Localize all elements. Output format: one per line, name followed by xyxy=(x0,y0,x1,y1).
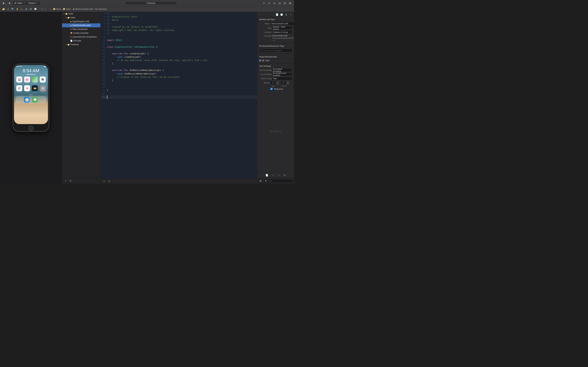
nav-item-assets[interactable]: 📦 Assets.xcassets xyxy=(62,31,100,35)
secondary-toolbar: 📁 ⚠ 🔍 ⚡ ◇ ⊞ ⛓ 💬 ◁ ‹ › 📁 Hello › 📁 Hello … xyxy=(0,6,294,12)
launchscreen-icon: ⊡ xyxy=(70,36,72,38)
location-select[interactable]: Relative to Group ⌄ xyxy=(272,30,292,34)
breadcrumb-hello[interactable]: 📁 Hello xyxy=(63,8,70,10)
reminders-icon: ☑ xyxy=(16,85,22,91)
nav-item-hello[interactable]: ▶ 📁 Hello xyxy=(62,16,100,20)
editor-panel[interactable]: 1 // 2 // ViewController.swift 3 // Hell… xyxy=(101,12,257,184)
scheme-selector[interactable]: 🚀 Hello › | 📱 iPhone 7 ⌄ xyxy=(13,1,40,5)
filter-search-icon: 🔍 xyxy=(265,180,267,182)
inspector-help-btn[interactable]: ? xyxy=(289,13,293,17)
target-checkbox[interactable]: ✓ xyxy=(259,59,261,61)
inspector-tab-quick[interactable]: ⬡ xyxy=(271,173,275,177)
encoding-select[interactable]: No Explicit Encoding ⌄ xyxy=(272,68,292,72)
products-icon: 📁 xyxy=(67,43,70,46)
code-area[interactable]: 1 // 2 // ViewController.swift 3 // Hell… xyxy=(101,12,257,179)
stop-button[interactable]: ■ xyxy=(7,1,12,6)
iphone-screen[interactable]: Carrier ≋ ▮▮▮ 8:54 AM Saturday 16 xyxy=(14,65,48,124)
inspector-file-btn[interactable]: 📄 xyxy=(275,13,279,17)
tab-width-up-btn[interactable]: ▲ xyxy=(277,81,279,83)
nav-item-launchscreen[interactable]: ⊡ LaunchScreen.storyboard xyxy=(62,35,100,39)
run-button[interactable]: ▶ xyxy=(1,1,6,6)
fullpath-link-icon[interactable]: ⊙ xyxy=(273,40,274,42)
target-row: ✓ 🚀 Hello xyxy=(257,59,294,62)
breadcrumb-no-selection[interactable]: No Selection xyxy=(95,8,107,10)
code-line-3: 3 // Hello xyxy=(101,18,257,22)
scheme-name: Hello xyxy=(17,2,22,4)
app-icon-photos[interactable]: 🌸 Photos xyxy=(24,76,30,84)
nav-item-hello-root[interactable]: ▶ 📁 Hello xyxy=(62,12,100,16)
breadcrumb-back[interactable]: ‹ xyxy=(43,7,47,11)
tab-width-field[interactable] xyxy=(270,81,276,84)
app-icon-news[interactable]: N News xyxy=(40,76,46,84)
panel-navigator[interactable]: ⊟ xyxy=(282,1,287,6)
folder-icon-btn[interactable]: 📁 xyxy=(1,7,6,11)
editor-warning-btn[interactable]: ⚠ xyxy=(102,179,106,183)
dock-safari[interactable]: 🧭 xyxy=(24,97,30,103)
breadcrumb-viewcontroller[interactable]: ◆ ViewController.swift xyxy=(73,8,93,10)
iphone-home-button[interactable] xyxy=(28,126,34,131)
nav-infoplist-label: Info.plist xyxy=(73,40,81,42)
nav-launchscreen-label: LaunchScreen.storyboard xyxy=(72,36,96,38)
grid-icon-btn[interactable]: ⊞ xyxy=(24,7,28,11)
lineendings-select[interactable]: No Explicit Line Endings ⌄ xyxy=(272,73,292,76)
nav-item-products[interactable]: ▶ 📁 Products xyxy=(62,43,100,47)
indent-width-field[interactable] xyxy=(281,81,286,84)
ondemand-placeholder: Only resources are taggable xyxy=(260,50,282,51)
news-label: News xyxy=(41,83,44,84)
nav-products-label: Products xyxy=(70,43,79,46)
warning-icon-btn[interactable]: ⚠ xyxy=(6,7,10,11)
indent-width-up-btn[interactable]: ▲ xyxy=(287,81,289,83)
diamond-icon-btn[interactable]: ◇ xyxy=(20,7,24,11)
breadcrumb-forward[interactable]: › xyxy=(48,7,52,11)
panel-toggle-left[interactable]: ≡ xyxy=(261,1,266,6)
battery-indicator: ▮▮▮ xyxy=(44,66,46,67)
indentusing-select[interactable]: Tabs ⌄ xyxy=(272,77,292,80)
wrap-lines-checkbox[interactable] xyxy=(270,88,273,90)
inspector-history-btn[interactable]: 🕐 xyxy=(280,13,284,17)
panel-inspector[interactable]: ⊠ xyxy=(288,1,293,6)
type-select[interactable]: Default - Swift Source ⌄ xyxy=(272,26,292,30)
editor-filter-btn[interactable]: ⊙ xyxy=(107,179,111,183)
nav-item-mainstoryboard[interactable]: ⊡ Main.storyboard xyxy=(62,27,100,31)
nav-item-appdelegate[interactable]: ◆ AppDelegate.swift xyxy=(62,20,100,23)
app-icon-health[interactable]: ♥ Health xyxy=(24,85,30,93)
tab-width-down-btn[interactable]: ▼ xyxy=(277,83,279,84)
name-field[interactable] xyxy=(270,22,294,25)
breakpoint-icon-btn[interactable]: ⚡ xyxy=(15,7,19,11)
nav-hello-label: Hello xyxy=(70,17,75,19)
nav-filter-button[interactable]: ⊙ xyxy=(69,179,73,183)
code-line-17: 17 xyxy=(101,65,257,69)
indentusing-arrow-icon: ⌄ xyxy=(290,78,291,79)
search-icon-btn[interactable]: 🔍 xyxy=(10,7,15,11)
inspector-panel: 📄 🕐 ℹ ? Identity and Type Name Type Defa… xyxy=(257,12,294,184)
inspector-tab-attr[interactable]: ⊞ xyxy=(283,173,287,177)
nav-item-viewcontroller[interactable]: ◆ ViewController.swift xyxy=(62,23,100,27)
indent-width-down-btn[interactable]: ▼ xyxy=(287,83,289,84)
app-icon-calendar[interactable]: Saturday 16 Calendar xyxy=(16,76,23,84)
panel-toggle-assistant[interactable]: ⇄ xyxy=(272,1,277,6)
app-icon-maps[interactable]: 📍 Maps xyxy=(32,76,38,84)
ondemand-tags-field[interactable]: Only resources are taggable xyxy=(259,49,292,52)
filter-field[interactable]: 🔍 Filter xyxy=(263,179,293,183)
iphone-date: Saturday 16 xyxy=(14,73,48,75)
inspector-bottom-bar: 📄 ⬡ ℹ ⊞ xyxy=(257,172,294,178)
link-icon-btn[interactable]: ⛓ xyxy=(29,7,33,11)
iphone-dock: 🧭 💬 xyxy=(16,96,46,103)
panel-toggle-center[interactable]: ⊙ xyxy=(267,1,272,6)
nav-item-infoplist[interactable]: 📄 Info.plist xyxy=(62,39,100,43)
indentusing-label: Indent Using xyxy=(259,77,271,80)
filter-add-btn[interactable]: ⊞ xyxy=(259,179,263,183)
maps-icon: 📍 xyxy=(32,76,38,83)
location-row: Location Relative to Group ⌄ xyxy=(257,30,294,34)
comment-icon-btn[interactable]: 💬 xyxy=(33,7,37,11)
nav-add-button[interactable]: ＋ xyxy=(63,179,68,183)
dock-messages[interactable]: 💬 xyxy=(32,97,38,103)
inspector-tab-file[interactable]: 📄 xyxy=(265,173,269,177)
inspector-tab-identity[interactable]: ℹ xyxy=(277,173,281,177)
app-icon-wallet[interactable]: 💳 Wallet xyxy=(32,85,38,93)
inspector-identity-btn[interactable]: ℹ xyxy=(284,13,288,17)
type-label: Type xyxy=(259,27,271,29)
panel-toggle-split[interactable]: ⊡ xyxy=(277,1,282,6)
breadcrumb-hello-root[interactable]: 📁 Hello xyxy=(53,8,61,10)
app-icon-reminders[interactable]: ☑ Reminders xyxy=(16,85,23,93)
